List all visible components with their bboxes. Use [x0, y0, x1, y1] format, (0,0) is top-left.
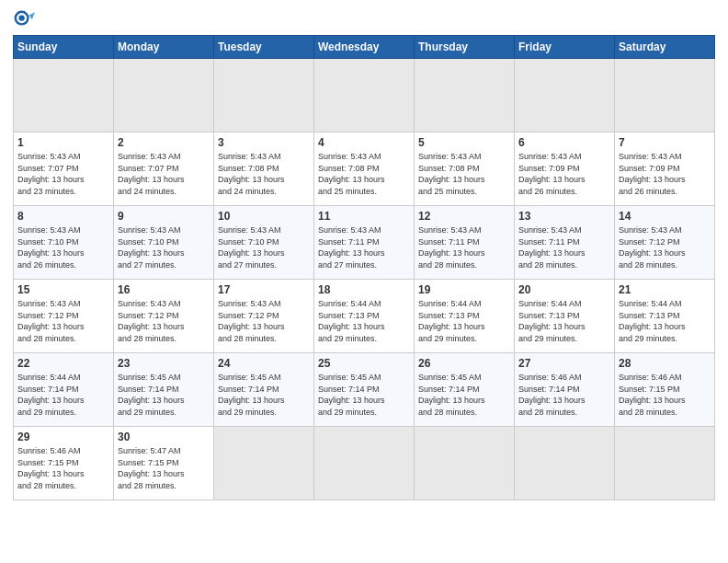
calendar-cell: 27Sunrise: 5:46 AM Sunset: 7:14 PM Dayli…: [515, 353, 615, 427]
calendar-cell: 13Sunrise: 5:43 AM Sunset: 7:11 PM Dayli…: [515, 206, 615, 280]
calendar-cell: 18Sunrise: 5:44 AM Sunset: 7:13 PM Dayli…: [314, 280, 415, 353]
calendar-cell: 7Sunrise: 5:43 AM Sunset: 7:09 PM Daylig…: [615, 132, 715, 206]
calendar-cell: 19Sunrise: 5:44 AM Sunset: 7:13 PM Dayli…: [415, 280, 515, 353]
day-info: Sunrise: 5:43 AM Sunset: 7:10 PM Dayligh…: [218, 224, 310, 270]
day-info: Sunrise: 5:43 AM Sunset: 7:10 PM Dayligh…: [118, 224, 210, 270]
day-number: 10: [218, 210, 310, 223]
day-number: 13: [518, 210, 610, 223]
weekday-header-row: SundayMondayTuesdayWednesdayThursdayFrid…: [14, 36, 715, 59]
day-info: Sunrise: 5:43 AM Sunset: 7:10 PM Dayligh…: [17, 224, 109, 270]
day-number: 20: [518, 283, 610, 296]
calendar-cell: [415, 427, 515, 500]
day-info: Sunrise: 5:46 AM Sunset: 7:14 PM Dayligh…: [518, 372, 610, 418]
calendar-cell: 2Sunrise: 5:43 AM Sunset: 7:07 PM Daylig…: [114, 132, 214, 206]
day-info: Sunrise: 5:43 AM Sunset: 7:08 PM Dayligh…: [418, 151, 510, 197]
calendar-week-row: 29Sunrise: 5:46 AM Sunset: 7:15 PM Dayli…: [14, 427, 715, 500]
day-info: Sunrise: 5:45 AM Sunset: 7:14 PM Dayligh…: [218, 372, 310, 418]
day-info: Sunrise: 5:43 AM Sunset: 7:07 PM Dayligh…: [118, 151, 210, 197]
calendar-cell: [515, 59, 615, 132]
calendar-cell: 1Sunrise: 5:43 AM Sunset: 7:07 PM Daylig…: [14, 132, 114, 206]
day-info: Sunrise: 5:45 AM Sunset: 7:14 PM Dayligh…: [118, 372, 210, 418]
day-number: 29: [17, 431, 109, 443]
weekday-header-cell: Saturday: [615, 36, 715, 59]
calendar-week-row: [14, 59, 715, 132]
day-info: Sunrise: 5:44 AM Sunset: 7:14 PM Dayligh…: [17, 372, 109, 418]
calendar-cell: [314, 427, 415, 500]
day-info: Sunrise: 5:43 AM Sunset: 7:08 PM Dayligh…: [318, 151, 410, 197]
day-number: 14: [619, 210, 711, 223]
day-info: Sunrise: 5:43 AM Sunset: 7:08 PM Dayligh…: [218, 151, 310, 197]
calendar-cell: 21Sunrise: 5:44 AM Sunset: 7:13 PM Dayli…: [615, 280, 715, 353]
day-number: 21: [619, 283, 711, 296]
day-number: 2: [118, 136, 210, 149]
day-info: Sunrise: 5:45 AM Sunset: 7:14 PM Dayligh…: [418, 372, 510, 418]
day-info: Sunrise: 5:43 AM Sunset: 7:09 PM Dayligh…: [619, 151, 711, 197]
day-info: Sunrise: 5:43 AM Sunset: 7:12 PM Dayligh…: [218, 298, 310, 344]
calendar-cell: 26Sunrise: 5:45 AM Sunset: 7:14 PM Dayli…: [415, 353, 515, 427]
day-number: 17: [218, 283, 310, 296]
day-number: 5: [418, 136, 510, 149]
calendar-cell: 24Sunrise: 5:45 AM Sunset: 7:14 PM Dayli…: [214, 353, 314, 427]
day-number: 22: [17, 357, 109, 370]
day-info: Sunrise: 5:44 AM Sunset: 7:13 PM Dayligh…: [318, 298, 410, 344]
calendar-cell: 3Sunrise: 5:43 AM Sunset: 7:08 PM Daylig…: [214, 132, 314, 206]
header-row: [13, 9, 715, 31]
calendar-week-row: 1Sunrise: 5:43 AM Sunset: 7:07 PM Daylig…: [14, 132, 715, 206]
calendar-cell: [515, 427, 615, 500]
calendar-cell: 10Sunrise: 5:43 AM Sunset: 7:10 PM Dayli…: [214, 206, 314, 280]
calendar-cell: [615, 427, 715, 500]
day-info: Sunrise: 5:44 AM Sunset: 7:13 PM Dayligh…: [518, 298, 610, 344]
calendar-cell: [214, 59, 314, 132]
calendar-cell: 23Sunrise: 5:45 AM Sunset: 7:14 PM Dayli…: [114, 353, 214, 427]
calendar-cell: 14Sunrise: 5:43 AM Sunset: 7:12 PM Dayli…: [615, 206, 715, 280]
calendar-cell: [615, 59, 715, 132]
day-number: 24: [218, 357, 310, 370]
day-number: 7: [619, 136, 711, 149]
day-info: Sunrise: 5:44 AM Sunset: 7:13 PM Dayligh…: [619, 298, 711, 344]
day-number: 16: [118, 283, 210, 296]
logo: [13, 9, 39, 31]
calendar-container: SundayMondayTuesdayWednesdayThursdayFrid…: [0, 0, 728, 510]
calendar-cell: 11Sunrise: 5:43 AM Sunset: 7:11 PM Dayli…: [314, 206, 415, 280]
weekday-header-cell: Monday: [114, 36, 214, 59]
day-number: 8: [17, 210, 109, 223]
calendar-cell: 28Sunrise: 5:46 AM Sunset: 7:15 PM Dayli…: [615, 353, 715, 427]
day-info: Sunrise: 5:43 AM Sunset: 7:12 PM Dayligh…: [118, 298, 210, 344]
day-info: Sunrise: 5:44 AM Sunset: 7:13 PM Dayligh…: [418, 298, 510, 344]
day-number: 25: [318, 357, 410, 370]
weekday-header-cell: Tuesday: [214, 36, 314, 59]
day-number: 1: [17, 136, 109, 149]
calendar-cell: 22Sunrise: 5:44 AM Sunset: 7:14 PM Dayli…: [14, 353, 114, 427]
day-info: Sunrise: 5:45 AM Sunset: 7:14 PM Dayligh…: [318, 372, 410, 418]
calendar-cell: 8Sunrise: 5:43 AM Sunset: 7:10 PM Daylig…: [14, 206, 114, 280]
day-number: 26: [418, 357, 510, 370]
day-info: Sunrise: 5:43 AM Sunset: 7:12 PM Dayligh…: [17, 298, 109, 344]
calendar-week-row: 8Sunrise: 5:43 AM Sunset: 7:10 PM Daylig…: [14, 206, 715, 280]
day-number: 18: [318, 283, 410, 296]
day-info: Sunrise: 5:43 AM Sunset: 7:09 PM Dayligh…: [518, 151, 610, 197]
day-info: Sunrise: 5:46 AM Sunset: 7:15 PM Dayligh…: [619, 372, 711, 418]
day-info: Sunrise: 5:43 AM Sunset: 7:11 PM Dayligh…: [518, 224, 610, 270]
calendar-week-row: 22Sunrise: 5:44 AM Sunset: 7:14 PM Dayli…: [14, 353, 715, 427]
weekday-header-cell: Friday: [515, 36, 615, 59]
day-info: Sunrise: 5:43 AM Sunset: 7:07 PM Dayligh…: [17, 151, 109, 197]
calendar-cell: [114, 59, 214, 132]
day-info: Sunrise: 5:47 AM Sunset: 7:15 PM Dayligh…: [118, 445, 210, 491]
calendar-cell: 30Sunrise: 5:47 AM Sunset: 7:15 PM Dayli…: [114, 427, 214, 500]
day-info: Sunrise: 5:43 AM Sunset: 7:11 PM Dayligh…: [418, 224, 510, 270]
calendar-cell: 4Sunrise: 5:43 AM Sunset: 7:08 PM Daylig…: [314, 132, 415, 206]
weekday-header-cell: Sunday: [14, 36, 114, 59]
calendar-cell: [415, 59, 515, 132]
calendar-cell: 15Sunrise: 5:43 AM Sunset: 7:12 PM Dayli…: [14, 280, 114, 353]
day-number: 12: [418, 210, 510, 223]
calendar-cell: 16Sunrise: 5:43 AM Sunset: 7:12 PM Dayli…: [114, 280, 214, 353]
weekday-header-cell: Thursday: [415, 36, 515, 59]
day-info: Sunrise: 5:46 AM Sunset: 7:15 PM Dayligh…: [17, 445, 109, 491]
day-number: 23: [118, 357, 210, 370]
calendar-cell: [214, 427, 314, 500]
calendar-cell: 17Sunrise: 5:43 AM Sunset: 7:12 PM Dayli…: [214, 280, 314, 353]
day-number: 11: [318, 210, 410, 223]
weekday-header-cell: Wednesday: [314, 36, 415, 59]
svg-marker-3: [29, 12, 35, 19]
day-info: Sunrise: 5:43 AM Sunset: 7:11 PM Dayligh…: [318, 224, 410, 270]
